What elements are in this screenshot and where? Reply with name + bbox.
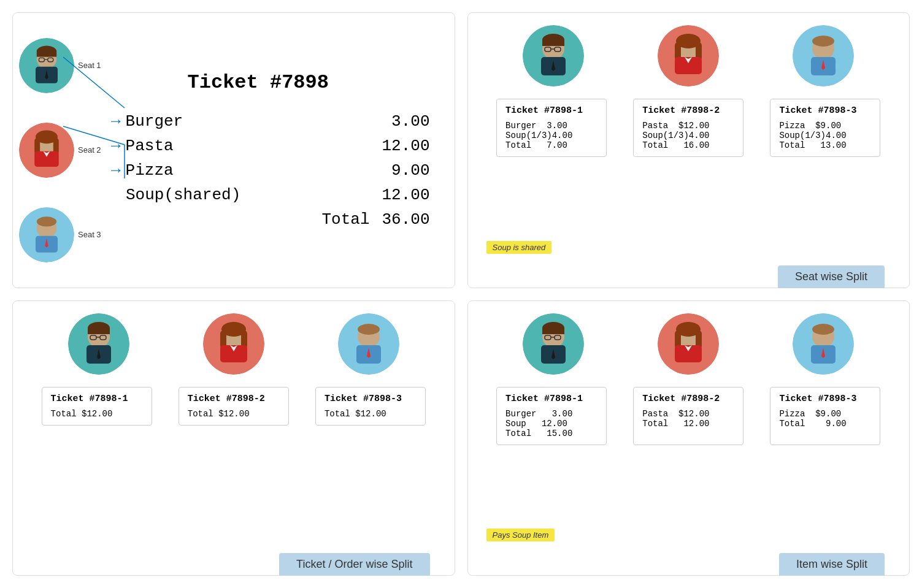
avatar-seat2 — [19, 123, 74, 178]
avatar-seat3 — [19, 207, 74, 262]
item-name-burger: Burger — [126, 112, 391, 131]
seat-ticket-3-line1: Pizza $9.00 — [779, 121, 871, 131]
item-ticket-1-title: Ticket #7898-1 — [505, 394, 597, 404]
item-price-soup: 12.00 — [382, 186, 429, 204]
seat-ticket-1-line2: Soup(1/3)4.00 — [505, 131, 597, 140]
order-ticket-3-title: Ticket #7898-3 — [325, 394, 417, 404]
item-wise-avatar-3 — [793, 313, 854, 375]
seat-ticket-1-title: Ticket #7898-1 — [505, 105, 597, 116]
order-ticket-3-line1: Total $12.00 — [325, 409, 417, 419]
order-wise-avatar-3 — [338, 313, 399, 375]
order-ticket-2-title: Ticket #7898-2 — [188, 394, 280, 404]
seat-wise-avatar-3 — [793, 25, 854, 86]
item-ticket-1: Ticket #7898-1 Burger 3.00 Soup 12.00 To… — [496, 387, 607, 445]
seat-3: Seat 3 — [19, 207, 101, 262]
order-wise-panel: Ticket #7898-1 Total $12.00 Ticket #7898… — [12, 300, 455, 576]
item-name-pizza: Pizza — [126, 161, 391, 180]
item-ticket-3-line2: Total 9.00 — [779, 419, 871, 429]
ticket-row-pizza: → Pizza 9.00 — [111, 161, 430, 180]
order-wise-tickets: Ticket #7898-1 Total $12.00 Ticket #7898… — [31, 387, 436, 426]
svg-point-63 — [358, 324, 380, 335]
order-ticket-1-line1: Total $12.00 — [51, 409, 143, 419]
ticket-content: Ticket #7898 → Burger 3.00 → Pasta 12.00… — [86, 71, 430, 229]
item-ticket-2-title: Ticket #7898-2 — [642, 394, 734, 404]
svg-point-42 — [812, 36, 834, 47]
item-ticket-2-line1: Pasta $12.00 — [642, 409, 734, 419]
seat-ticket-2-title: Ticket #7898-2 — [642, 105, 734, 116]
seat-wise-avatar-1 — [523, 25, 584, 86]
item-wise-avatar-1 — [523, 313, 584, 375]
item-wise-avatar-2 — [658, 313, 719, 375]
seat-ticket-2-line1: Pasta $12.00 — [642, 121, 734, 131]
seat-ticket-3-line2: Soup(1/3)4.00 — [779, 131, 871, 140]
seat-ticket-1-line3: Total 7.00 — [505, 140, 597, 150]
seat-wise-tickets: Ticket #7898-1 Burger 3.00 Soup(1/3)4.00… — [486, 99, 891, 157]
seat-ticket-3: Ticket #7898-3 Pizza $9.00 Soup(1/3)4.00… — [770, 99, 880, 157]
order-wise-avatars — [31, 313, 436, 375]
seat-wise-panel: Ticket #7898-1 Burger 3.00 Soup(1/3)4.00… — [467, 12, 910, 288]
seat-3-label: Seat 3 — [78, 230, 101, 239]
item-ticket-3-line1: Pizza $9.00 — [779, 409, 871, 419]
item-name-pasta: Pasta — [126, 137, 382, 155]
item-ticket-1-line2: Soup 12.00 — [505, 419, 597, 429]
seat-ticket-2-line3: Total 16.00 — [642, 140, 734, 150]
svg-rect-28 — [542, 40, 564, 46]
seat-wise-label: Seat wise Split — [778, 265, 885, 288]
item-price-burger: 3.00 — [391, 112, 429, 131]
total-value: 36.00 — [382, 210, 429, 229]
seat-shared-note: Soup is shared — [486, 241, 552, 254]
seat-2-label: Seat 2 — [78, 145, 101, 155]
item-shared-note: Pays Soup Item — [486, 529, 555, 541]
ticket-row-soup: Soup(shared) 12.00 — [126, 186, 430, 204]
order-ticket-2-line1: Total $12.00 — [188, 409, 280, 419]
ticket-total: Total 36.00 — [101, 210, 430, 229]
order-ticket-1-title: Ticket #7898-1 — [51, 394, 143, 404]
order-wise-avatar-2 — [203, 313, 264, 375]
item-ticket-3: Ticket #7898-3 Pizza $9.00 Total 9.00 — [770, 387, 880, 445]
ticket-row-burger: → Burger 3.00 — [111, 112, 430, 131]
item-wise-avatars — [486, 313, 891, 375]
item-wise-panel: Ticket #7898-1 Burger 3.00 Soup 12.00 To… — [467, 300, 910, 576]
seat-wise-avatar-2 — [658, 25, 719, 86]
svg-point-84 — [812, 324, 834, 335]
svg-rect-70 — [542, 328, 564, 334]
seat-ticket-1: Ticket #7898-1 Burger 3.00 Soup(1/3)4.00… — [496, 99, 607, 157]
item-name-soup: Soup(shared) — [126, 186, 382, 204]
seat-wise-avatars — [486, 25, 891, 86]
seat-ticket-2-line2: Soup(1/3)4.00 — [642, 131, 734, 140]
seat-ticket-2: Ticket #7898-2 Pasta $12.00 Soup(1/3)4.0… — [633, 99, 743, 157]
item-price-pizza: 9.00 — [391, 161, 429, 180]
item-ticket-2-line2: Total 12.00 — [642, 419, 734, 429]
item-price-pasta: 12.00 — [382, 137, 429, 155]
item-wise-tickets: Ticket #7898-1 Burger 3.00 Soup 12.00 To… — [486, 387, 891, 445]
order-ticket-2: Ticket #7898-2 Total $12.00 — [179, 387, 289, 426]
svg-rect-4 — [37, 51, 56, 56]
svg-point-18 — [37, 216, 56, 226]
seat-ticket-3-title: Ticket #7898-3 — [779, 105, 871, 116]
item-ticket-3-title: Ticket #7898-3 — [779, 394, 871, 404]
item-ticket-2: Ticket #7898-2 Pasta $12.00 Total 12.00 — [633, 387, 743, 445]
seat-2: Seat 2 — [19, 123, 101, 178]
seat-ticket-3-line3: Total 13.00 — [779, 140, 871, 150]
seat-1-label: Seat 1 — [78, 61, 101, 70]
order-wise-label: Ticket / Order wise Split — [279, 553, 429, 576]
item-ticket-1-line3: Total 15.00 — [505, 429, 597, 438]
item-ticket-1-line1: Burger 3.00 — [505, 409, 597, 419]
total-label: Total — [321, 210, 369, 229]
item-wise-label: Item wise Split — [779, 553, 885, 576]
order-ticket-3: Ticket #7898-3 Total $12.00 — [315, 387, 426, 426]
ticket-title: Ticket #7898 — [86, 71, 430, 94]
ticket-row-pasta: → Pasta 12.00 — [111, 137, 430, 155]
seat-1: Seat 1 — [19, 38, 101, 93]
avatar-seat1 — [19, 38, 74, 93]
order-ticket-1: Ticket #7898-1 Total $12.00 — [42, 387, 152, 426]
original-ticket-panel: Seat 1 — [12, 12, 455, 288]
order-wise-avatar-1 — [68, 313, 129, 375]
seat-ticket-1-line1: Burger 3.00 — [505, 121, 597, 131]
svg-rect-49 — [88, 328, 110, 334]
